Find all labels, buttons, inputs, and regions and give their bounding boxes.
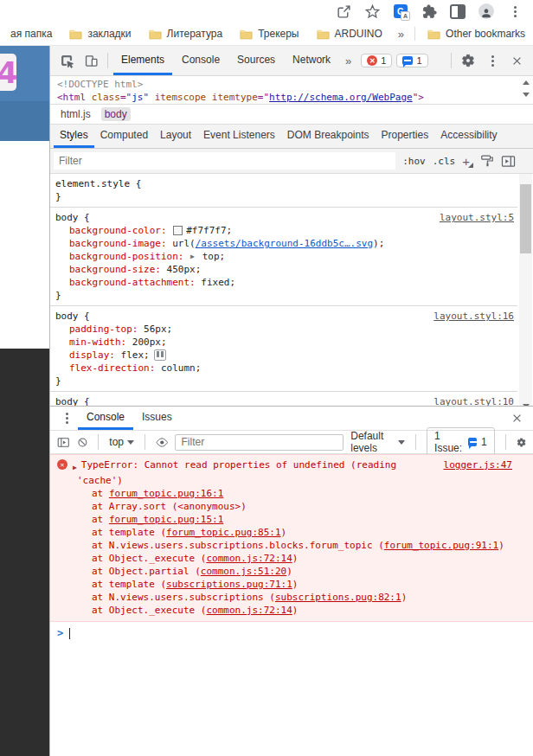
css-rule[interactable]: body { layout.styl:5 background-color: #…	[50, 208, 517, 306]
drawer-tab-console[interactable]: Console	[78, 407, 133, 430]
tab-network[interactable]: Network	[285, 46, 338, 75]
bookmark-folder[interactable]: ARDUINO	[310, 26, 389, 42]
asset-url-link[interactable]: /assets/background-16ddb5c….svg	[196, 237, 373, 250]
stack-frame-link[interactable]: forum_topic.pug:16:1	[109, 488, 223, 499]
stack-frame-link[interactable]: common.js:72:14	[206, 553, 292, 564]
stack-frame-link[interactable]: forum_topic.pug:15:1	[109, 514, 223, 525]
bookmark-folder[interactable]: Трекеры	[233, 26, 305, 42]
tab-console[interactable]: Console	[174, 46, 228, 75]
error-source-link[interactable]: logger.js:47	[433, 458, 512, 471]
tab-dom-breakpoints[interactable]: DOM Breakpoints	[281, 125, 376, 148]
more-tabs-chevron[interactable]: »	[340, 54, 356, 67]
stack-frame: at N.views.users.subscriptions (subscrip…	[92, 591, 512, 604]
devtools-menu-kebab-icon[interactable]	[481, 49, 504, 72]
tab-event-listeners[interactable]: Event Listeners	[197, 125, 281, 148]
translate-extension-icon[interactable]: GA	[393, 3, 408, 19]
stylesheet-source-link[interactable]: layout.styl:5	[440, 211, 514, 224]
scrollbar-thumb[interactable]	[520, 184, 531, 253]
bookmark-star-icon[interactable]	[364, 3, 380, 19]
dom-html-line[interactable]: <html class="js" itemscope itemtype="htt…	[57, 91, 533, 104]
computed-sidebar-toggle-icon[interactable]	[501, 155, 516, 168]
error-count-badge[interactable]: ✕ 1	[361, 54, 392, 67]
dom-scrollbar[interactable]	[520, 77, 531, 100]
breadcrumb-body[interactable]: body	[101, 107, 131, 121]
settings-gear-icon[interactable]	[457, 49, 479, 72]
stack-frame-link[interactable]: forum_topic.pug:91:1	[384, 540, 498, 551]
scroll-down-icon[interactable]	[520, 89, 531, 100]
tab-properties[interactable]: Properties	[376, 125, 435, 148]
color-swatch-icon[interactable]	[173, 226, 183, 235]
rendering-emulation-icon[interactable]	[480, 154, 494, 168]
clear-console-icon[interactable]	[77, 436, 88, 449]
css-property[interactable]: background-attachment: fixed;	[55, 276, 517, 289]
css-property[interactable]: min-width: 200px;	[55, 336, 517, 349]
expand-value-icon[interactable]: ▶	[190, 250, 199, 263]
css-property[interactable]: background-color: #f7f7f7;	[55, 224, 517, 237]
profile-avatar[interactable]	[478, 3, 494, 19]
scroll-up-icon[interactable]	[520, 77, 531, 88]
page-body-band	[0, 141, 49, 349]
stack-frame-link[interactable]: subscriptions.pug:71:1	[166, 579, 292, 590]
css-rule[interactable]: body { layout.styl:16 padding-top: 56px;…	[50, 306, 517, 392]
tab-elements[interactable]: Elements	[113, 46, 172, 75]
stack-frame-link[interactable]: common.js:72:14	[206, 605, 292, 616]
share-icon[interactable]	[336, 3, 351, 19]
console-prompt[interactable]: >	[50, 622, 533, 644]
drawer-tab-issues[interactable]: Issues	[133, 407, 181, 430]
stack-frame-link[interactable]: forum_topic.pug:85:1	[166, 527, 280, 538]
dom-doctype-line[interactable]: <!DOCTYPE html>	[57, 78, 533, 91]
styles-scrollbar[interactable]	[519, 174, 532, 406]
bookmark-folder-truncated[interactable]: ая папка	[3, 26, 59, 42]
log-levels-selector[interactable]: Default levels	[350, 430, 405, 454]
tab-accessibility[interactable]: Accessibility	[434, 125, 503, 148]
stylesheet-source-link[interactable]: layout.styl:16	[433, 310, 514, 323]
css-property[interactable]: display: flex;	[55, 349, 517, 362]
css-rule[interactable]: body { layout.styl:10 min-height: 100vh;	[50, 392, 517, 406]
css-property[interactable]: flex-direction: column;	[55, 362, 517, 375]
site-logo[interactable]: 4	[0, 54, 16, 91]
tab-styles[interactable]: Styles	[54, 125, 94, 148]
issues-count-badge[interactable]: 1	[396, 54, 427, 67]
console-error-message[interactable]: ✕ ▶ TypeError: Cannot read properties of…	[50, 454, 533, 622]
stylesheet-source-link[interactable]: layout.styl:10	[433, 395, 514, 406]
console-settings-gear-icon[interactable]	[517, 436, 526, 449]
device-toolbar-icon[interactable]	[80, 49, 102, 72]
browser-menu-kebab-icon[interactable]	[507, 3, 523, 19]
context-selector[interactable]: top	[109, 436, 134, 448]
error-icon: ✕	[57, 459, 67, 470]
issues-pill[interactable]: 1 Issue: 1	[427, 427, 495, 457]
tab-computed[interactable]: Computed	[94, 125, 154, 148]
stack-frame-link[interactable]: subscriptions.pug:82:1	[275, 592, 401, 603]
css-property[interactable]: background-image: url(/assets/background…	[55, 237, 517, 250]
css-property[interactable]: background-size: 450px;	[55, 263, 517, 276]
folder-icon	[240, 29, 253, 40]
bookmark-folder[interactable]: Литература	[142, 26, 230, 42]
devtools-close-icon[interactable]	[505, 49, 528, 72]
toggle-hover-state-button[interactable]: :hov	[402, 156, 426, 167]
css-selector: body {	[55, 395, 90, 406]
side-panel-icon[interactable]	[450, 3, 466, 19]
bookmarks-overflow-chevron[interactable]: »	[393, 28, 409, 41]
live-expression-eye-icon[interactable]	[156, 437, 169, 448]
tab-layout[interactable]: Layout	[154, 125, 197, 148]
toggle-class-button[interactable]: .cls	[433, 156, 456, 167]
new-style-rule-button[interactable]: +	[462, 154, 473, 169]
breadcrumb-html[interactable]: html.js	[57, 107, 94, 121]
bookmark-folder[interactable]: закладки	[62, 26, 138, 42]
scroll-down-icon[interactable]	[519, 400, 532, 406]
stack-frame-link[interactable]: common.js:51:20	[201, 566, 286, 577]
drawer-close-icon[interactable]	[505, 407, 528, 430]
flex-editor-icon[interactable]	[154, 349, 166, 361]
css-property[interactable]: padding-top: 56px;	[55, 323, 517, 336]
css-property[interactable]: background-position: ▶ top;	[55, 250, 517, 263]
expand-stack-icon[interactable]: ▶	[73, 461, 77, 474]
css-rule[interactable]: element.style { }	[50, 174, 517, 208]
tab-sources[interactable]: Sources	[229, 46, 283, 75]
inspect-element-icon[interactable]	[55, 49, 78, 72]
other-bookmarks-folder[interactable]: Other bookmarks	[421, 26, 532, 42]
styles-filter-input[interactable]	[54, 152, 395, 170]
drawer-menu-kebab-icon[interactable]	[55, 407, 78, 430]
console-sidebar-toggle-icon[interactable]	[57, 436, 70, 449]
extensions-puzzle-icon[interactable]	[421, 3, 437, 19]
console-filter-input[interactable]	[175, 434, 344, 451]
